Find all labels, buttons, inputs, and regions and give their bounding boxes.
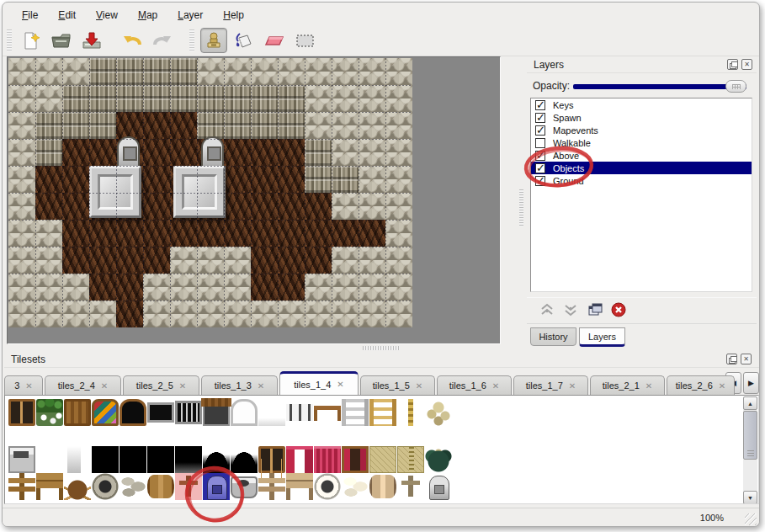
map-tile-gray-shingle[interactable] [35,85,62,112]
tile-hole-arch[interactable] [203,446,230,473]
tab-close-icon[interactable]: ✕ [179,381,186,391]
map-tile-gray-shingle[interactable] [251,301,278,327]
map-tile-stone-wall[interactable] [278,85,305,112]
tile-sign-large-snow[interactable] [286,473,313,500]
toolbar-grip[interactable] [189,29,194,51]
map-tile-stone-wall[interactable] [305,139,332,166]
toolbar-grip[interactable] [7,29,12,51]
close-panel-icon[interactable]: ✕ [741,59,752,70]
map-tile-gray-shingle[interactable] [359,301,385,327]
map-tile-brown-roof[interactable] [305,247,332,274]
map-tile-gray-shingle[interactable] [359,274,385,301]
map-tile-gray-shingle[interactable] [385,274,412,301]
map-tile-stone-wall[interactable] [305,166,332,193]
layer-visibility-checkbox[interactable] [535,100,545,110]
map-tile-gray-shingle[interactable] [278,301,305,327]
map-tile-gray-shingle[interactable] [305,85,332,112]
map-tile-brown-roof[interactable] [332,220,359,247]
map-tile-gray-shingle[interactable] [385,247,412,274]
tile-blank-white[interactable] [258,399,285,426]
scroll-down-arrow[interactable]: ▼ [743,491,757,504]
tile-shade-white[interactable] [67,446,81,473]
map-tile-brown-roof[interactable] [278,166,305,193]
menu-file[interactable]: File [13,7,47,24]
map-tile-brown-roof[interactable] [224,139,251,166]
map-tile-gray-shingle[interactable] [143,274,170,301]
map-tile-stone-wall[interactable] [170,58,197,85]
tile-stones-gray[interactable] [120,473,146,500]
tile-roots-plant[interactable] [425,399,452,426]
map-tile-brown-roof[interactable] [89,247,116,274]
map-tile-stone-wall[interactable] [116,85,143,112]
tile-black-tile[interactable] [147,446,174,473]
map-tile-brown-roof[interactable] [143,139,170,166]
map-tile-brown-roof[interactable] [278,139,305,166]
map-tile-gray-shingle[interactable] [197,301,224,327]
layer-visibility-checkbox[interactable] [535,113,545,123]
layer-visibility-checkbox[interactable] [535,138,545,148]
tab-close-icon[interactable]: ✕ [569,381,576,391]
map-tile-gray-shingle[interactable] [8,112,35,139]
tile-curtain-window[interactable] [342,446,369,473]
tab-close-icon[interactable]: ✕ [719,381,725,391]
map-tile-gray-shingle[interactable] [332,85,359,112]
map-tile-brown-roof[interactable] [251,193,278,220]
fill-tool-button[interactable] [231,28,258,53]
tab-close-icon[interactable]: ✕ [258,381,264,391]
menu-map[interactable]: Map [129,7,167,24]
map-tile-brown-roof[interactable] [251,220,278,247]
map-tile-brown-roof[interactable] [224,193,251,220]
map-tile-gray-shingle[interactable] [224,274,251,301]
tileset-tab-tiles_2_1[interactable]: tiles_2_1✕ [590,375,665,395]
tile-well-stone[interactable] [92,473,119,500]
map-tile-brown-roof[interactable] [224,166,251,193]
map-tile-gray-shingle[interactable] [385,58,412,85]
map-tile-gray-shingle[interactable] [35,274,62,301]
tile-curtain-full[interactable] [314,446,341,473]
map-tile-stone-wall[interactable] [89,112,116,139]
tileset-tab-tiles_1_5[interactable]: tiles_1_5✕ [360,375,435,395]
map-tile-gray-shingle[interactable] [359,139,385,166]
dock-tab-layers[interactable]: Layers [579,327,625,347]
map-tile-gray-shingle[interactable] [170,301,197,327]
tile-floor-tan[interactable] [369,446,396,473]
map-tile-brown-roof[interactable] [62,166,89,193]
map-tile-brown-roof[interactable] [116,112,143,139]
redo-button[interactable] [149,28,176,53]
map-tile-stone-wall[interactable] [251,112,278,139]
tile-barrel-brown[interactable] [147,475,174,498]
layer-visibility-checkbox[interactable] [535,163,545,173]
tile-window-small-dark[interactable] [147,402,174,423]
map-tile-brown-roof[interactable] [305,193,332,220]
map-tile-gray-shingle[interactable] [385,139,412,166]
tile-stones-snow[interactable] [342,473,369,500]
tileset-scrollbar[interactable]: ▲ ▼ [743,396,757,504]
map-tile-gray-shingle[interactable] [332,247,359,274]
duplicate-layer-button[interactable] [585,301,605,322]
tile-window-barred[interactable] [175,401,202,424]
map-tile-gray-shingle[interactable] [143,301,170,327]
tile-well-snow[interactable] [314,473,341,500]
tile-tombstone-snow[interactable] [425,473,452,500]
map-tile-stone-wall[interactable] [35,139,62,166]
map-tile-brown-roof[interactable] [251,247,278,274]
open-file-button[interactable] [48,28,75,53]
map-tile-stone-wall[interactable] [224,112,251,139]
map-tile-brown-roof[interactable] [35,166,62,193]
layer-visibility-checkbox[interactable] [535,125,545,136]
map-tile-gray-shingle[interactable] [332,301,359,327]
tile-window-stained-glass[interactable] [92,399,119,426]
map-tile-brown-roof[interactable] [170,112,197,139]
map-tile-brown-roof[interactable] [251,139,278,166]
map-tile-gray-shingle[interactable] [224,301,251,327]
scrollbar-thumb[interactable] [743,411,757,460]
map-tile-gray-shingle[interactable] [278,58,305,85]
layer-row-mapevents[interactable]: Mapevents [531,124,752,136]
tile-black-tile[interactable] [92,446,119,473]
map-tile-brown-roof[interactable] [89,274,116,301]
map-tile-gray-shingle[interactable] [385,85,412,112]
map-tile-brown-roof[interactable] [197,220,224,247]
tile-columns-white[interactable] [286,404,313,421]
map-tile-gray-shingle[interactable] [385,166,412,193]
map-tile-gray-shingle[interactable] [8,58,35,85]
